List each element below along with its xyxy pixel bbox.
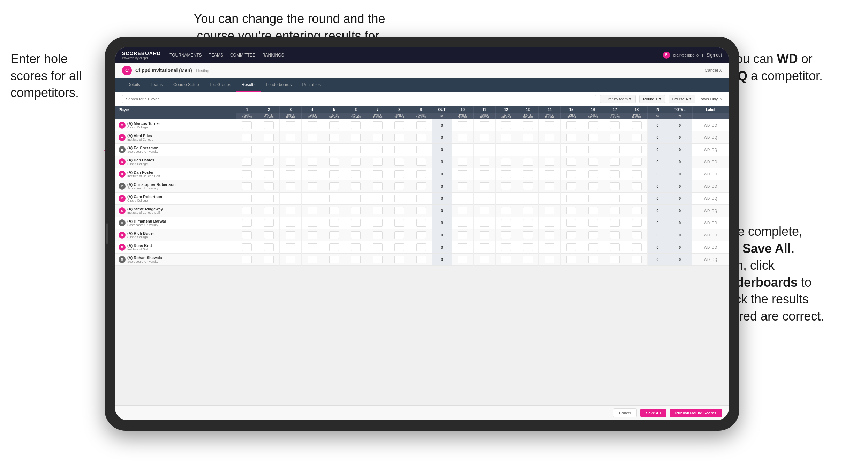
hole-4-input[interactable]	[308, 158, 317, 166]
course-selector[interactable]: Course A ▾	[669, 95, 695, 103]
hole-2-input[interactable]	[264, 243, 274, 251]
wd-button[interactable]: WD	[703, 209, 711, 213]
wd-button[interactable]: WD	[703, 245, 711, 250]
tab-results[interactable]: Results	[236, 78, 261, 92]
hole-7-input[interactable]	[373, 256, 383, 263]
hole-6-input[interactable]	[351, 121, 361, 129]
wd-button[interactable]: WD	[703, 196, 711, 201]
hole-9-input[interactable]	[416, 121, 426, 129]
hole-15-input[interactable]	[566, 256, 576, 263]
round-selector[interactable]: Round 1 ▾	[639, 95, 665, 103]
dq-button[interactable]: DQ	[711, 148, 718, 152]
hole-5-input[interactable]	[329, 207, 339, 214]
hole-10-input[interactable]	[458, 158, 467, 166]
hole-5-input[interactable]	[329, 219, 339, 227]
hole-4-input[interactable]	[308, 231, 317, 239]
hole-5-input[interactable]	[329, 146, 339, 153]
hole-18-input[interactable]	[632, 219, 642, 227]
hole-8-input[interactable]	[394, 170, 404, 178]
hole-14-input[interactable]	[545, 207, 554, 214]
hole-1-input[interactable]	[242, 231, 252, 239]
hole-3-input[interactable]	[286, 195, 295, 202]
hole-14-input[interactable]	[545, 243, 554, 251]
sign-out-link[interactable]: Sign out	[707, 53, 722, 58]
hole-14-input[interactable]	[545, 170, 554, 178]
hole-18-input[interactable]	[632, 121, 642, 129]
hole-9-input[interactable]	[416, 243, 426, 251]
hole-9-input[interactable]	[416, 207, 426, 214]
hole-8-input[interactable]	[394, 195, 404, 202]
hole-7-input[interactable]	[373, 231, 383, 239]
hole-16-input[interactable]	[588, 170, 598, 178]
hole-10-input[interactable]	[458, 219, 467, 227]
hole-2-input[interactable]	[264, 256, 274, 263]
hole-7-input[interactable]	[373, 182, 383, 190]
hole-13-input[interactable]	[523, 207, 533, 214]
hole-18-input[interactable]	[632, 256, 642, 263]
hole-15-input[interactable]	[566, 121, 576, 129]
hole-18-input[interactable]	[632, 158, 642, 166]
tab-teams[interactable]: Teams	[145, 78, 168, 92]
hole-16-input[interactable]	[588, 158, 598, 166]
hole-17-input[interactable]	[610, 134, 620, 141]
hole-1-input[interactable]	[242, 256, 252, 263]
hole-15-input[interactable]	[566, 158, 576, 166]
hole-11-input[interactable]	[480, 134, 489, 141]
wd-button[interactable]: WD	[703, 160, 711, 164]
hole-7-input[interactable]	[373, 158, 383, 166]
hole-17-input[interactable]	[610, 195, 620, 202]
dq-button[interactable]: DQ	[711, 245, 718, 250]
hole-6-input[interactable]	[351, 219, 361, 227]
hole-9-input[interactable]	[416, 256, 426, 263]
hole-18-input[interactable]	[632, 231, 642, 239]
hole-7-input[interactable]	[373, 170, 383, 178]
hole-13-input[interactable]	[523, 231, 533, 239]
hole-12-input[interactable]	[501, 146, 511, 153]
hole-12-input[interactable]	[501, 182, 511, 190]
hole-10-input[interactable]	[458, 231, 467, 239]
hole-17-input[interactable]	[610, 243, 620, 251]
hole-3-input[interactable]	[286, 243, 295, 251]
hole-18-input[interactable]	[632, 170, 642, 178]
hole-12-input[interactable]	[501, 231, 511, 239]
dq-button[interactable]: DQ	[711, 209, 718, 213]
hole-11-input[interactable]	[480, 146, 489, 153]
hole-17-input[interactable]	[610, 158, 620, 166]
hole-3-input[interactable]	[286, 170, 295, 178]
hole-16-input[interactable]	[588, 207, 598, 214]
hole-9-input[interactable]	[416, 182, 426, 190]
hole-1-input[interactable]	[242, 243, 252, 251]
hole-11-input[interactable]	[480, 256, 489, 263]
hole-5-input[interactable]	[329, 158, 339, 166]
hole-1-input[interactable]	[242, 158, 252, 166]
hole-6-input[interactable]	[351, 231, 361, 239]
hole-6-input[interactable]	[351, 195, 361, 202]
hole-14-input[interactable]	[545, 182, 554, 190]
hole-12-input[interactable]	[501, 121, 511, 129]
hole-8-input[interactable]	[394, 146, 404, 153]
hole-12-input[interactable]	[501, 256, 511, 263]
hole-1-input[interactable]	[242, 195, 252, 202]
hole-5-input[interactable]	[329, 256, 339, 263]
hole-2-input[interactable]	[264, 121, 274, 129]
hole-11-input[interactable]	[480, 121, 489, 129]
hole-7-input[interactable]	[373, 134, 383, 141]
hole-8-input[interactable]	[394, 182, 404, 190]
hole-10-input[interactable]	[458, 243, 467, 251]
hole-18-input[interactable]	[632, 207, 642, 214]
save-all-button[interactable]: Save All	[640, 409, 666, 417]
filter-by-team-button[interactable]: Filter by team ▾	[600, 95, 636, 103]
hole-5-input[interactable]	[329, 170, 339, 178]
nav-rankings[interactable]: RANKINGS	[262, 53, 284, 58]
hole-13-input[interactable]	[523, 134, 533, 141]
hole-3-input[interactable]	[286, 219, 295, 227]
hole-8-input[interactable]	[394, 207, 404, 214]
hole-8-input[interactable]	[394, 256, 404, 263]
hole-8-input[interactable]	[394, 219, 404, 227]
hole-4-input[interactable]	[308, 195, 317, 202]
dq-button[interactable]: DQ	[711, 160, 718, 164]
hole-6-input[interactable]	[351, 158, 361, 166]
hole-6-input[interactable]	[351, 207, 361, 214]
hole-5-input[interactable]	[329, 231, 339, 239]
hole-14-input[interactable]	[545, 121, 554, 129]
